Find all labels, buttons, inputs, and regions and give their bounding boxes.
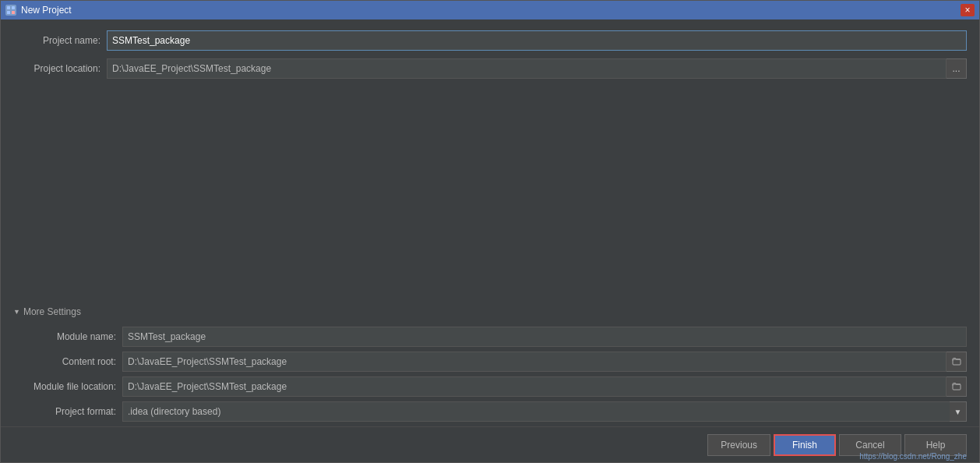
browse-icon: ... xyxy=(952,63,960,74)
project-location-browse-button[interactable]: ... xyxy=(947,58,967,79)
module-name-input[interactable] xyxy=(122,327,967,347)
module-file-location-label: Module file location: xyxy=(13,381,122,392)
module-file-location-input[interactable] xyxy=(122,376,947,397)
content-root-browse-button[interactable] xyxy=(947,352,967,372)
module-file-location-row: Module file location: xyxy=(13,376,967,397)
content-spacer xyxy=(13,87,967,303)
window-title: New Project xyxy=(21,5,72,16)
project-format-select[interactable]: .idea (directory based) xyxy=(122,401,967,422)
svg-rect-4 xyxy=(953,359,961,365)
dialog-footer: Previous Finish Cancel Help https://blog… xyxy=(1,426,979,462)
expand-icon: ▼ xyxy=(13,308,20,316)
title-bar-left: New Project xyxy=(5,5,72,16)
project-format-select-wrapper: .idea (directory based) ▼ xyxy=(122,401,967,422)
help-button[interactable]: Help xyxy=(904,434,967,456)
svg-rect-5 xyxy=(953,384,961,390)
title-bar: New Project × xyxy=(1,1,979,19)
svg-rect-1 xyxy=(12,6,15,9)
project-location-input[interactable] xyxy=(107,58,947,79)
content-root-input[interactable] xyxy=(122,352,947,372)
more-settings-toggle[interactable]: ▼ More Settings xyxy=(13,303,967,320)
module-file-location-browse-icon xyxy=(952,381,961,393)
content-root-input-group xyxy=(122,352,967,372)
project-name-input[interactable] xyxy=(107,30,967,51)
close-icon: × xyxy=(964,5,970,16)
close-button[interactable]: × xyxy=(961,4,975,16)
svg-rect-2 xyxy=(7,11,10,14)
project-location-input-group: ... xyxy=(107,58,967,79)
project-format-row: Project format: .idea (directory based) … xyxy=(13,401,967,422)
content-root-row: Content root: xyxy=(13,352,967,372)
more-settings-section: ▼ More Settings Module name: Content roo… xyxy=(13,303,967,426)
module-file-location-browse-button[interactable] xyxy=(947,376,967,397)
previous-button[interactable]: Previous xyxy=(707,434,770,456)
svg-rect-0 xyxy=(7,6,10,9)
finish-button[interactable]: Finish xyxy=(774,434,836,456)
project-location-label: Project location: xyxy=(13,63,107,74)
content-root-label: Content root: xyxy=(13,356,122,367)
cancel-button[interactable]: Cancel xyxy=(839,434,901,456)
module-file-location-input-group xyxy=(122,376,967,397)
app-icon xyxy=(5,5,16,16)
svg-rect-3 xyxy=(12,11,15,14)
project-name-label: Project name: xyxy=(13,35,107,46)
more-settings-label: More Settings xyxy=(23,306,81,317)
more-settings-body: Module name: Content root: xyxy=(13,327,967,422)
module-name-row: Module name: xyxy=(13,327,967,347)
content-root-browse-icon xyxy=(952,356,961,368)
project-name-row: Project name: xyxy=(13,30,967,51)
project-location-row: Project location: ... xyxy=(13,58,967,79)
module-name-label: Module name: xyxy=(13,331,122,342)
project-format-label: Project format: xyxy=(13,406,122,417)
main-content: Project name: Project location: ... ▼ Mo… xyxy=(1,19,979,426)
new-project-dialog: New Project × Project name: Project loca… xyxy=(0,0,980,463)
